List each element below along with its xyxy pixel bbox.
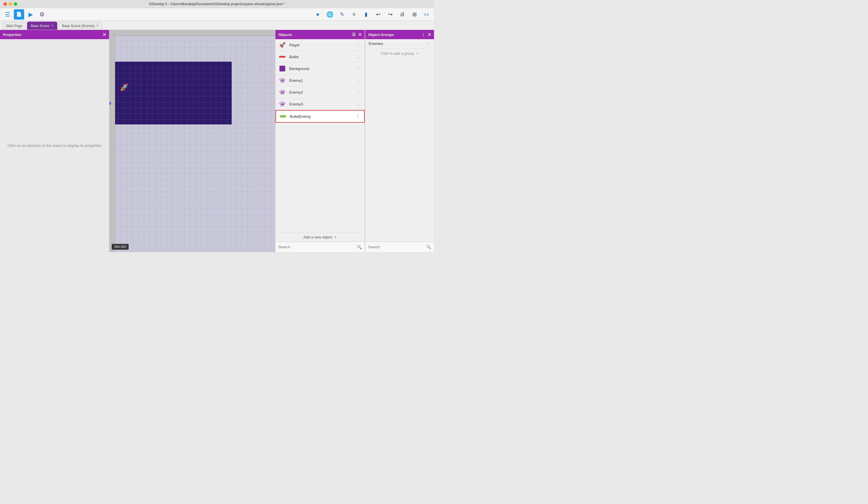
layers-icon[interactable]: ▮ — [361, 9, 371, 20]
group-enemies-menu[interactable]: ⋮ — [427, 41, 431, 46]
canvas-area[interactable]: 🚀 354;452 — [110, 30, 275, 252]
groups-more-icon[interactable]: ⋮ — [421, 32, 425, 37]
background-menu-btn[interactable]: ⋮ — [355, 65, 362, 72]
canvas-scene[interactable]: 🚀 — [112, 62, 232, 124]
tab-base-scene-events-label: Base Scene (Events) — [62, 24, 94, 28]
ruler-horizontal — [110, 30, 275, 36]
export-icon[interactable]: 🖨 — [397, 9, 407, 20]
add-group-row[interactable]: Click to add a group + — [365, 48, 434, 59]
object-item-enemy1[interactable]: 👾 Enemy1 ⋮ — [276, 74, 365, 87]
minimize-button[interactable] — [9, 2, 12, 6]
add-group-plus: + — [416, 51, 419, 56]
object-item-background[interactable]: Background ⋮ — [276, 63, 365, 74]
tab-base-scene-events-close[interactable]: ✕ — [96, 24, 99, 28]
add-group-label: Click to add a group — [381, 51, 414, 56]
main-layout: Properties ✕ Click on an instance in the… — [0, 30, 434, 252]
undo-icon[interactable]: ↩ — [373, 9, 383, 20]
toolbar: ☰ 📄 ▶ ⚙ ● 🌐 ✎ ≡ ▮ ↩ ↪ 🖨 ⊞ 1:1 — [0, 8, 434, 21]
bulletenemy-menu-btn[interactable]: ⋮ — [354, 113, 361, 120]
window-title: GDevelop 5 - /Users/dkarakay/Documents/G… — [149, 2, 285, 6]
enemy1-name: Enemy1 — [289, 78, 352, 83]
bullet-menu-btn[interactable]: ⋮ — [355, 53, 362, 60]
properties-panel-body: Click on an instance in the scene to dis… — [0, 39, 109, 252]
bullet-icon — [278, 53, 286, 61]
bulletenemy-name: BulletEnemy — [290, 114, 351, 119]
enemy2-menu-btn[interactable]: ⋮ — [355, 89, 362, 95]
tab-base-scene-label: Base Scene — [31, 24, 50, 28]
object-item-player[interactable]: 🚀 Player ⋮ — [276, 39, 365, 51]
objects-filter-icon[interactable]: ☰ — [352, 32, 356, 37]
tab-base-scene-events[interactable]: Base Scene (Events) ✕ — [58, 22, 102, 30]
objects-panel-title: Objects — [278, 32, 292, 37]
title-bar: GDevelop 5 - /Users/dkarakay/Documents/G… — [0, 0, 434, 8]
group-item-enemies[interactable]: Enemies ⋮ — [365, 39, 434, 48]
properties-panel-header: Properties ✕ — [0, 30, 109, 39]
background-name: Background — [289, 67, 352, 71]
objects-search-input[interactable] — [278, 245, 355, 249]
enemy3-icon: 👾 — [278, 100, 286, 108]
preview-icon[interactable]: 🌐 — [324, 9, 335, 20]
object-item-bullet[interactable]: Bullet ⋮ — [276, 51, 365, 63]
groups-search-input[interactable] — [368, 245, 425, 249]
properties-panel: Properties ✕ Click on an instance in the… — [0, 30, 110, 252]
player-name: Player — [289, 43, 352, 47]
home-icon[interactable]: ☰ — [2, 9, 13, 20]
tab-base-scene-close[interactable]: ✕ — [51, 24, 53, 28]
maximize-button[interactable] — [14, 2, 17, 6]
objects-panel-close[interactable]: ✕ — [358, 32, 362, 38]
group-enemies-name: Enemies — [369, 41, 383, 46]
edit-icon[interactable]: ✎ — [337, 9, 347, 20]
tab-base-scene[interactable]: Base Scene ✕ — [27, 22, 58, 30]
project-manager-icon[interactable]: 📄 — [14, 9, 24, 20]
player-menu-btn[interactable]: ⋮ — [355, 42, 362, 48]
enemy1-icon: 👾 — [278, 76, 286, 84]
properties-panel-close[interactable]: ✕ — [102, 32, 106, 38]
coord-display: 354;452 — [112, 244, 128, 250]
open-scene-icon[interactable]: ● — [312, 9, 323, 20]
object-item-bulletenemy[interactable]: BulletEnemy ⋮ — [276, 110, 365, 123]
events-icon[interactable]: ≡ — [349, 9, 359, 20]
toolbar-left: ☰ 📄 ▶ ⚙ — [2, 9, 311, 20]
object-item-enemy2[interactable]: 👾 Enemy2 ⋮ — [276, 87, 365, 98]
objects-search-bar: 🔍 — [276, 242, 365, 252]
add-object-plus: + — [334, 235, 337, 239]
groups-search-bar: 🔍 — [365, 242, 434, 252]
objects-panel-header: Objects ☰ ✕ — [276, 30, 365, 39]
build-icon[interactable]: ⚙ — [37, 9, 47, 20]
object-item-enemy3[interactable]: 👾 Enemy3 ⋮ — [276, 98, 365, 110]
enemy1-menu-btn[interactable]: ⋮ — [355, 77, 362, 84]
objects-search-icon: 🔍 — [357, 245, 362, 249]
tabs-bar: Start Page Base Scene ✕ Base Scene (Even… — [0, 21, 434, 30]
player-sprite: 🚀 — [120, 82, 129, 92]
groups-panel-header: Object Groups ⋮ ✕ — [365, 30, 434, 39]
tab-start-page[interactable]: Start Page — [2, 22, 26, 30]
objects-list: 🚀 Player ⋮ Bullet ⋮ Background ⋮ — [276, 39, 365, 232]
close-button[interactable] — [3, 2, 7, 6]
groups-panel-close[interactable]: ✕ — [427, 32, 431, 38]
properties-panel-title: Properties — [3, 32, 21, 37]
ruler-vertical — [110, 30, 115, 252]
background-icon — [278, 64, 286, 73]
zoom-icon[interactable]: 1:1 — [421, 9, 432, 20]
enemy3-menu-btn[interactable]: ⋮ — [355, 101, 362, 108]
enemy3-name: Enemy3 — [289, 102, 352, 106]
add-object-row[interactable]: Add a new object + — [276, 232, 365, 242]
objects-panel: Objects ☰ ✕ 🚀 Player ⋮ Bullet ⋮ — [275, 30, 365, 252]
groups-panel: Object Groups ⋮ ✕ Enemies ⋮ Click to add… — [365, 30, 434, 252]
toolbar-right: ● 🌐 ✎ ≡ ▮ ↩ ↪ 🖨 ⊞ 1:1 — [312, 9, 432, 20]
groups-panel-title: Object Groups — [368, 32, 394, 37]
grid-icon[interactable]: ⊞ — [409, 9, 420, 20]
properties-hint: Click on an instance in the scene to dis… — [8, 143, 102, 149]
player-icon: 🚀 — [278, 41, 286, 49]
window-controls — [3, 2, 17, 6]
add-object-label: Add a new object — [303, 235, 332, 239]
enemy2-icon: 👾 — [278, 88, 286, 96]
bulletenemy-icon — [279, 112, 287, 120]
enemy2-name: Enemy2 — [289, 90, 352, 94]
redo-icon[interactable]: ↪ — [385, 9, 395, 20]
play-icon[interactable]: ▶ — [25, 9, 36, 20]
tab-start-page-label: Start Page — [6, 24, 22, 28]
groups-search-icon: 🔍 — [426, 245, 431, 249]
bullet-name: Bullet — [289, 55, 352, 59]
